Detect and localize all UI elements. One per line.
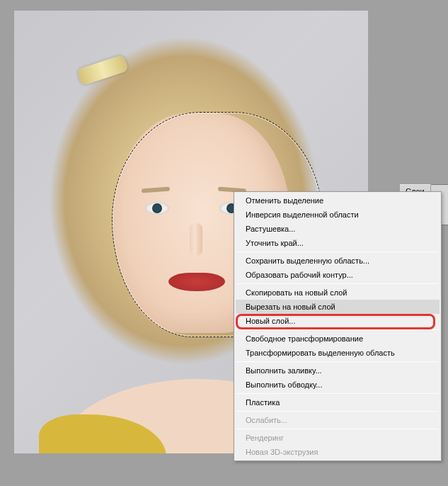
menu-fill[interactable]: Выполнить заливку... [236,363,440,378]
menu-separator [236,429,439,429]
menu-free-transform[interactable]: Свободное трансформирование [236,332,440,346]
context-menu: Отменить выделение Инверсия выделенной о… [234,191,442,461]
menu-make-work-path[interactable]: Образовать рабочий контур... [236,268,440,282]
menu-render: Рендеринг [236,431,440,445]
menu-layer-via-cut[interactable]: Вырезать на новый слой [236,300,440,314]
menu-refine-edge[interactable]: Уточнить край... [236,236,440,250]
menu-separator [236,252,439,252]
menu-separator [236,393,439,394]
menu-separator [236,329,439,330]
menu-layer-via-copy[interactable]: Скопировать на новый слой [236,286,440,300]
menu-separator [236,411,439,412]
menu-separator [236,283,439,284]
menu-feather[interactable]: Растушевка... [236,222,440,236]
menu-fade: Ослабить... [236,413,440,427]
menu-new-layer[interactable]: Новый слой... [236,314,440,328]
menu-inverse-selection[interactable]: Инверсия выделенной области [236,208,440,222]
menu-save-selection[interactable]: Сохранить выделенную область... [236,254,440,268]
menu-stroke[interactable]: Выполнить обводку... [236,378,440,392]
menu-deselect[interactable]: Отменить выделение [236,193,440,208]
menu-liquify[interactable]: Пластика [236,395,440,409]
menu-separator [236,361,439,362]
menu-transform-selection[interactable]: Трансформировать выделенную область [236,346,440,360]
menu-new-3d-extrusion: Новая 3D-экструзия [236,445,440,459]
